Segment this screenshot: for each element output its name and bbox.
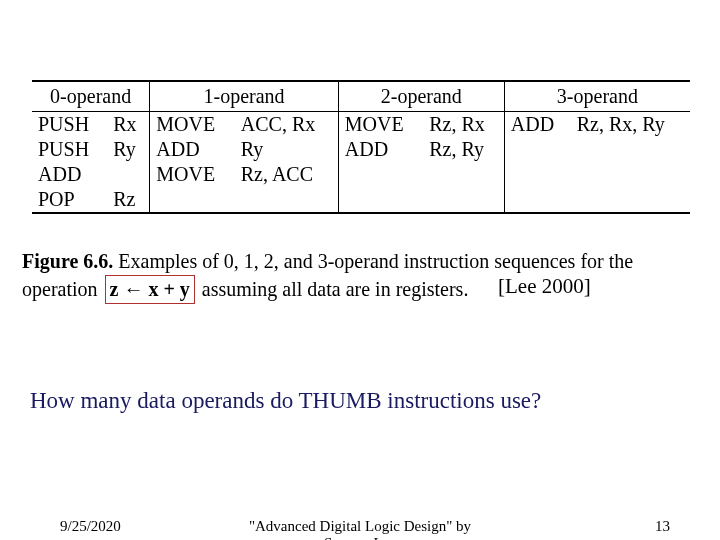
cell-mnemonic [504,162,570,187]
caption-text-a: Examples of 0, 1, 2, and 3-operand instr… [113,250,633,272]
cell-operands [235,187,339,213]
cell-operands [571,187,690,213]
cell-operands: Rz [107,187,150,213]
cell-mnemonic: POP [32,187,107,213]
cell-operands: Rz, ACC [235,162,339,187]
cell-mnemonic: ADD [504,112,570,138]
cell-mnemonic: MOVE [338,112,423,138]
cell-operands: Rz, Ry [423,137,504,162]
cell-operands: Rz, Rx, Ry [571,112,690,138]
cell-mnemonic: MOVE [150,162,235,187]
cell-operands: Rx [107,112,150,138]
cell-mnemonic: PUSH [32,112,107,138]
cell-operands: ACC, Rx [235,112,339,138]
cell-operands [423,187,504,213]
footer-title-line1: "Advanced Digital Logic Design" by [249,518,471,534]
cell-operands: Ry [235,137,339,162]
caption-text-c: assuming all data are in registers. [197,278,469,300]
boxed-expression: z ← x + y [105,275,195,304]
cell-operands [107,162,150,187]
operand-table-grid: 0-operand 1-operand 2-operand 3-operand … [32,80,690,214]
operand-table: 0-operand 1-operand 2-operand 3-operand … [32,80,690,214]
caption-text-b: operation [22,278,103,300]
cell-operands: Rz, Rx [423,112,504,138]
footer-title: "Advanced Digital Logic Design" by Sungg… [0,518,720,540]
col-header-0op: 0-operand [32,81,150,112]
cell-mnemonic [150,187,235,213]
footer-page-number: 13 [655,518,670,535]
figure-caption: Figure 6.6. Examples of 0, 1, 2, and 3-o… [22,248,692,304]
citation: [Lee 2000] [498,274,591,299]
table-header-row: 0-operand 1-operand 2-operand 3-operand [32,81,690,112]
cell-mnemonic: PUSH [32,137,107,162]
slide-question: How many data operands do THUMB instruct… [30,388,541,414]
table-row: POP Rz [32,187,690,213]
cell-mnemonic [338,187,423,213]
cell-mnemonic [504,187,570,213]
slide: 0-operand 1-operand 2-operand 3-operand … [0,0,720,540]
col-header-1op: 1-operand [150,81,338,112]
cell-operands [571,137,690,162]
cell-mnemonic [504,137,570,162]
table-row: PUSH Ry ADD Ry ADD Rz, Ry [32,137,690,162]
cell-mnemonic: ADD [338,137,423,162]
footer-title-line2: Sunggu Lee [324,535,396,540]
col-header-2op: 2-operand [338,81,504,112]
table-row: ADD MOVE Rz, ACC [32,162,690,187]
col-header-3op: 3-operand [504,81,690,112]
cell-operands: Ry [107,137,150,162]
table-row: PUSH Rx MOVE ACC, Rx MOVE Rz, Rx ADD Rz,… [32,112,690,138]
figure-label: Figure 6.6. [22,250,113,272]
cell-operands [571,162,690,187]
cell-operands [423,162,504,187]
cell-mnemonic [338,162,423,187]
cell-mnemonic: MOVE [150,112,235,138]
cell-mnemonic: ADD [150,137,235,162]
cell-mnemonic: ADD [32,162,107,187]
